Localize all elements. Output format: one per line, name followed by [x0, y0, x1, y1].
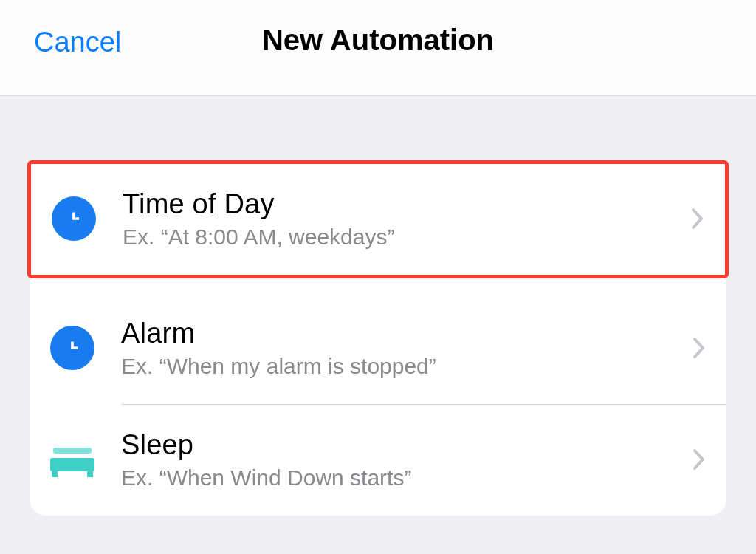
row-icon — [50, 326, 94, 370]
row-subtitle: Ex. “When my alarm is stopped” — [121, 354, 681, 379]
row-subtitle: Ex. “At 8:00 AM, weekdays” — [123, 225, 679, 250]
svg-rect-2 — [52, 470, 58, 477]
trigger-row-sleep[interactable]: Sleep Ex. “When Wind Down starts” — [30, 405, 726, 516]
row-texts: Time of Day Ex. “At 8:00 AM, weekdays” — [123, 188, 679, 250]
clock-icon — [50, 326, 94, 370]
row-icon — [50, 437, 94, 482]
svg-rect-1 — [50, 458, 94, 471]
row-icon — [52, 196, 96, 241]
svg-rect-3 — [87, 470, 93, 477]
chevron-right-icon — [693, 337, 706, 359]
row-title: Time of Day — [123, 188, 679, 220]
chevron-right-icon — [691, 208, 704, 230]
chevron-right-icon — [693, 448, 706, 471]
content-area: Time of Day Ex. “At 8:00 AM, weekdays” A… — [0, 96, 756, 516]
svg-rect-0 — [53, 448, 92, 454]
trigger-list: Time of Day Ex. “At 8:00 AM, weekdays” A… — [30, 160, 726, 516]
trigger-row-alarm[interactable]: Alarm Ex. “When my alarm is stopped” — [30, 293, 726, 404]
row-title: Alarm — [121, 318, 681, 349]
navigation-bar: Cancel New Automation — [0, 0, 756, 96]
row-texts: Sleep Ex. “When Wind Down starts” — [121, 429, 681, 490]
clock-icon — [52, 196, 96, 241]
trigger-row-time-of-day[interactable]: Time of Day Ex. “At 8:00 AM, weekdays” — [27, 160, 729, 278]
bed-icon — [49, 437, 96, 482]
row-texts: Alarm Ex. “When my alarm is stopped” — [121, 318, 681, 379]
cancel-button[interactable]: Cancel — [34, 27, 121, 58]
row-subtitle: Ex. “When Wind Down starts” — [121, 465, 681, 490]
row-title: Sleep — [121, 429, 681, 461]
page-title: New Automation — [262, 24, 494, 57]
